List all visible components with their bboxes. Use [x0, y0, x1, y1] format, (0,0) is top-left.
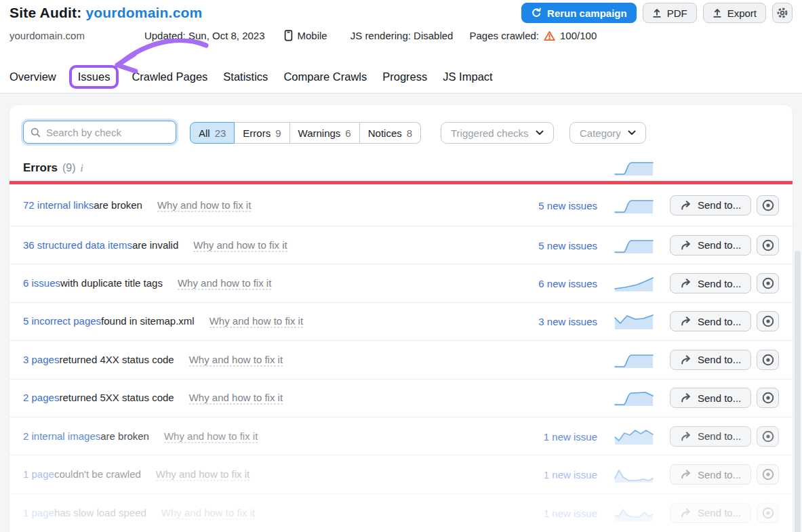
- issue-text: 1 page has slow load speed Why and how t…: [23, 506, 255, 519]
- hide-issue-button[interactable]: [757, 311, 779, 331]
- why-how-to-fix-link[interactable]: Why and how to fix it: [161, 506, 255, 519]
- issue-link[interactable]: 1 page: [23, 468, 54, 480]
- issue-text: 1 page couldn't be crawled Why and how t…: [23, 468, 249, 481]
- why-how-to-fix-link[interactable]: Why and how to fix it: [189, 353, 283, 366]
- search-input[interactable]: [46, 127, 181, 138]
- issue-description: returned 5XX status code: [59, 392, 174, 403]
- hide-issue-button[interactable]: [757, 235, 779, 255]
- issue-link[interactable]: 2 internal images: [23, 430, 100, 441]
- issue-description: are broken: [94, 199, 142, 210]
- issue-description: has slow load speed: [54, 506, 146, 518]
- send-to-button[interactable]: Send to...: [670, 426, 751, 447]
- page-header: Site Audit:yourdomain.com Rerun campaign…: [0, 0, 802, 94]
- issue-link[interactable]: 6 issues: [23, 277, 60, 289]
- meta-updated: Updated: Sun, Oct 8, 2023: [144, 30, 265, 41]
- eye-icon: [761, 353, 776, 367]
- warning-triangle-icon: [544, 30, 555, 41]
- send-to-label: Send to...: [698, 239, 741, 251]
- send-arrow-icon: [680, 508, 691, 518]
- search-box: [23, 121, 176, 144]
- send-arrow-icon: [680, 316, 691, 327]
- hide-issue-button[interactable]: [757, 426, 779, 447]
- tab-crawled-pages[interactable]: Crawled Pages: [132, 65, 207, 89]
- issue-link[interactable]: 72 internal links: [23, 199, 94, 210]
- issue-row: 5 incorrect pages found in sitemap.xml W…: [9, 303, 793, 341]
- why-how-to-fix-link[interactable]: Why and how to fix it: [157, 199, 251, 211]
- send-to-button[interactable]: Send to...: [670, 273, 751, 293]
- info-icon[interactable]: i: [81, 163, 83, 174]
- hide-issue-button[interactable]: [757, 503, 779, 523]
- issue-link[interactable]: 5 incorrect pages: [23, 315, 101, 327]
- send-to-label: Send to...: [698, 507, 741, 518]
- issues-card: All23Errors9Warnings6Notices8 Triggered …: [9, 105, 793, 532]
- errors-trend-sparkline: [614, 159, 654, 176]
- tab-overview[interactable]: Overview: [9, 65, 56, 89]
- issue-trend-sparkline: [614, 466, 654, 483]
- tab-statistics[interactable]: Statistics: [223, 65, 268, 89]
- triggered-checks-dropdown[interactable]: Triggered checks: [441, 122, 554, 144]
- category-dropdown[interactable]: Category: [569, 122, 646, 144]
- pages-crawled-value: 100/100: [560, 30, 597, 41]
- send-arrow-icon: [680, 240, 691, 251]
- page-scrollbar[interactable]: [795, 251, 801, 532]
- chevron-down-icon: [628, 130, 636, 136]
- send-arrow-icon: [680, 469, 691, 480]
- export-button[interactable]: Export: [703, 3, 766, 23]
- hide-issue-button[interactable]: [757, 350, 779, 370]
- triggered-checks-label: Triggered checks: [451, 127, 529, 139]
- tab-js-impact[interactable]: JS Impact: [443, 65, 492, 89]
- send-to-button[interactable]: Send to...: [670, 311, 751, 331]
- issue-text: 6 issues with duplicate title tags Why a…: [23, 277, 271, 290]
- new-issues-link[interactable]: 6 new issues: [538, 278, 597, 289]
- tab-issues[interactable]: Issues: [69, 65, 119, 89]
- hide-issue-button[interactable]: [757, 195, 779, 216]
- new-issues-link[interactable]: 5 new issues: [538, 239, 597, 251]
- send-to-button[interactable]: Send to...: [670, 503, 751, 523]
- hide-issue-button[interactable]: [757, 273, 779, 293]
- errors-section-count: (9): [62, 162, 76, 174]
- rerun-campaign-button[interactable]: Rerun campaign: [521, 3, 637, 23]
- eye-icon: [761, 468, 776, 481]
- issue-text: 2 internal images are broken Why and how…: [23, 430, 258, 443]
- send-to-button[interactable]: Send to...: [670, 464, 751, 485]
- issue-text: 72 internal links are broken Why and how…: [23, 199, 251, 211]
- issue-link[interactable]: 36 structured data items: [23, 239, 132, 250]
- filter-segment-errors[interactable]: Errors9: [235, 122, 289, 144]
- settings-button[interactable]: [772, 3, 793, 23]
- new-issues-link[interactable]: 1 new issue: [544, 507, 597, 518]
- issue-trend-sparkline: [614, 274, 654, 292]
- send-to-button[interactable]: Send to...: [670, 388, 751, 408]
- tab-progress[interactable]: Progress: [382, 65, 427, 89]
- send-to-button[interactable]: Send to...: [670, 350, 751, 370]
- new-issues-link[interactable]: 1 new issue: [544, 430, 597, 442]
- new-issues-link[interactable]: 3 new issues: [538, 316, 597, 327]
- why-how-to-fix-link[interactable]: Why and how to fix it: [178, 277, 271, 290]
- issue-link[interactable]: 2 pages: [23, 392, 59, 403]
- new-issues-link[interactable]: 5 new issues: [538, 199, 597, 211]
- send-to-label: Send to...: [698, 278, 741, 289]
- filter-segment-notices[interactable]: Notices8: [360, 122, 421, 144]
- hide-issue-button[interactable]: [757, 388, 779, 408]
- send-to-label: Send to...: [698, 199, 741, 211]
- why-how-to-fix-link[interactable]: Why and how to fix it: [193, 239, 287, 251]
- eye-icon: [761, 277, 776, 290]
- send-to-button[interactable]: Send to...: [670, 195, 751, 216]
- segment-label: Notices: [368, 127, 402, 139]
- filter-segment-all[interactable]: All23: [190, 122, 235, 144]
- issues-list: 72 internal links are broken Why and how…: [9, 184, 793, 532]
- pdf-button[interactable]: PDF: [643, 3, 697, 23]
- why-how-to-fix-link[interactable]: Why and how to fix it: [209, 315, 303, 328]
- tab-compare-crawls[interactable]: Compare Crawls: [283, 65, 367, 89]
- new-issues-link[interactable]: 1 new issue: [544, 469, 597, 480]
- issue-link[interactable]: 3 pages: [23, 353, 59, 365]
- issue-trend-sparkline: [614, 504, 654, 522]
- why-how-to-fix-link[interactable]: Why and how to fix it: [156, 468, 249, 481]
- hide-issue-button[interactable]: [757, 464, 779, 485]
- why-how-to-fix-link[interactable]: Why and how to fix it: [164, 430, 258, 443]
- send-to-button[interactable]: Send to...: [670, 235, 751, 255]
- why-how-to-fix-link[interactable]: Why and how to fix it: [189, 392, 283, 405]
- filter-segment-warnings[interactable]: Warnings6: [290, 122, 360, 144]
- meta-device-label: Mobile: [298, 30, 327, 41]
- issue-link[interactable]: 1 page: [23, 506, 54, 518]
- send-arrow-icon: [680, 354, 691, 365]
